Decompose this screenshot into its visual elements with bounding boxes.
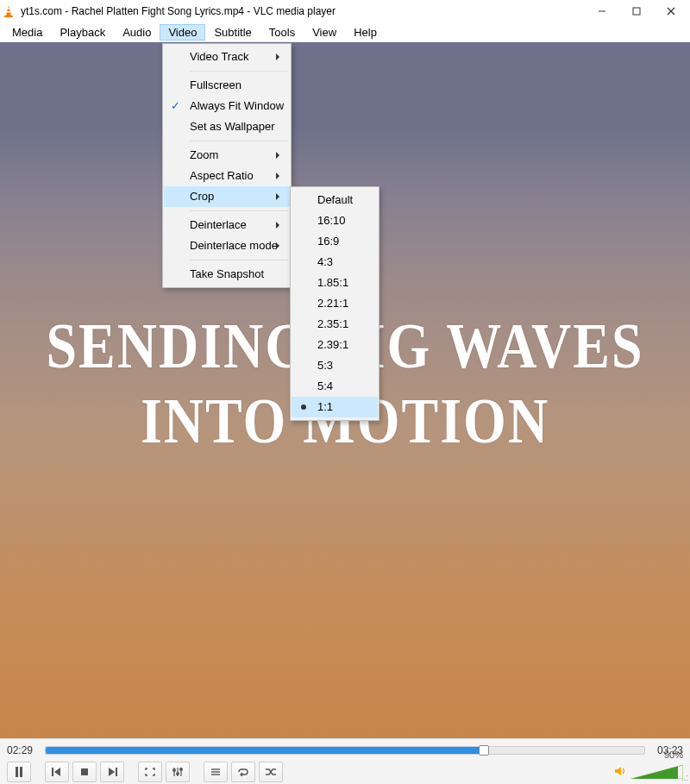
vlc-cone-icon [2,4,16,18]
video-menu: Video TrackFullscreenAlways Fit WindowSe… [162,43,292,288]
loop-button[interactable] [231,762,255,782]
video-menu-item-take-snapshot[interactable]: Take Snapshot [164,264,290,285]
svg-marker-24 [615,767,621,775]
crop-option-2-21-1[interactable]: 2.21:1 [292,293,378,314]
menu-separator [190,210,288,211]
menubar: MediaPlaybackAudioVideoSubtitleToolsView… [0,22,690,42]
video-menu-item-deinterlace[interactable]: Deinterlace [164,215,290,235]
crop-option-2-39-1[interactable]: 2.39:1 [292,335,378,355]
menu-subtitle[interactable]: Subtitle [205,24,260,41]
extended-settings-button[interactable] [166,762,190,782]
menu-playback[interactable]: Playback [51,24,114,41]
menu-video[interactable]: Video [160,24,205,41]
video-menu-item-video-track[interactable]: Video Track [164,47,290,67]
window-title: yt1s.com - Rachel Platten Fight Song Lyr… [21,5,585,17]
crop-option-16-10[interactable]: 16:10 [292,210,378,231]
crop-option-5-3[interactable]: 5:3 [292,355,378,376]
svg-marker-13 [109,768,115,776]
video-menu-item-aspect-ratio[interactable]: Aspect Ratio [164,166,290,186]
svg-rect-9 [20,767,22,777]
video-menu-item-deinterlace-mode[interactable]: Deinterlace mode [164,235,290,256]
shuffle-button[interactable] [259,762,283,782]
svg-rect-14 [116,768,117,776]
maximize-button[interactable] [619,1,654,22]
menu-separator [190,260,288,260]
video-menu-item-always-fit-window[interactable]: Always Fit Window [164,96,290,116]
svg-rect-1 [4,16,13,17]
volume-label: 90% [664,750,683,760]
video-menu-item-crop[interactable]: Crop [164,186,290,207]
menu-media[interactable]: Media [3,24,51,41]
elapsed-time[interactable]: 02:29 [7,744,38,756]
video-menu-item-zoom[interactable]: Zoom [164,145,290,166]
svg-rect-2 [7,8,10,9]
volume-slider[interactable] [631,765,683,779]
menu-separator [190,141,288,141]
svg-rect-5 [633,8,640,15]
crop-option-16-9[interactable]: 16:9 [292,231,378,252]
crop-option-default[interactable]: Default [292,190,378,210]
crop-option-2-35-1[interactable]: 2.35:1 [292,314,378,335]
svg-point-19 [177,773,179,775]
close-button[interactable] [654,1,688,22]
seek-row: 02:29 03:23 [0,739,690,759]
menu-tools[interactable]: Tools [260,24,304,41]
crop-option-1-1[interactable]: 1:1 [292,397,378,417]
fullscreen-button[interactable] [138,762,162,782]
crop-submenu: Default16:1016:94:31.85:12.21:12.35:12.3… [290,186,380,421]
titlebar: yt1s.com - Rachel Platten Fight Song Lyr… [0,0,690,22]
video-menu-item-set-as-wallpaper[interactable]: Set as Wallpaper [164,116,290,137]
seek-thumb[interactable] [479,745,489,756]
menu-audio[interactable]: Audio [114,24,160,41]
pause-button[interactable] [7,762,31,782]
volume-icon[interactable] [614,765,628,780]
svg-point-20 [180,768,183,771]
resize-grip-icon[interactable]: ..: [681,773,688,782]
stop-button[interactable] [72,762,97,782]
previous-button[interactable] [45,762,69,782]
playlist-button[interactable] [204,762,228,782]
svg-rect-12 [81,768,88,775]
next-button[interactable] [100,762,124,782]
svg-rect-10 [52,768,53,776]
svg-rect-8 [16,767,18,777]
svg-marker-0 [6,5,11,16]
controls-bar: 02:29 03:23 [0,738,690,784]
crop-option-1-85-1[interactable]: 1.85:1 [292,273,378,293]
video-menu-item-fullscreen[interactable]: Fullscreen [164,75,290,96]
svg-rect-3 [7,11,11,13]
seek-fill [46,747,483,754]
button-row: 90% [0,759,690,784]
seek-bar[interactable] [45,746,645,755]
menu-separator [190,71,288,72]
window-controls [585,1,688,22]
svg-marker-11 [54,768,60,776]
minimize-button[interactable] [585,1,619,22]
menu-view[interactable]: View [304,24,345,41]
crop-option-5-4[interactable]: 5:4 [292,376,378,397]
crop-option-4-3[interactable]: 4:3 [292,252,378,273]
svg-point-18 [173,769,176,772]
menu-help[interactable]: Help [345,24,386,41]
